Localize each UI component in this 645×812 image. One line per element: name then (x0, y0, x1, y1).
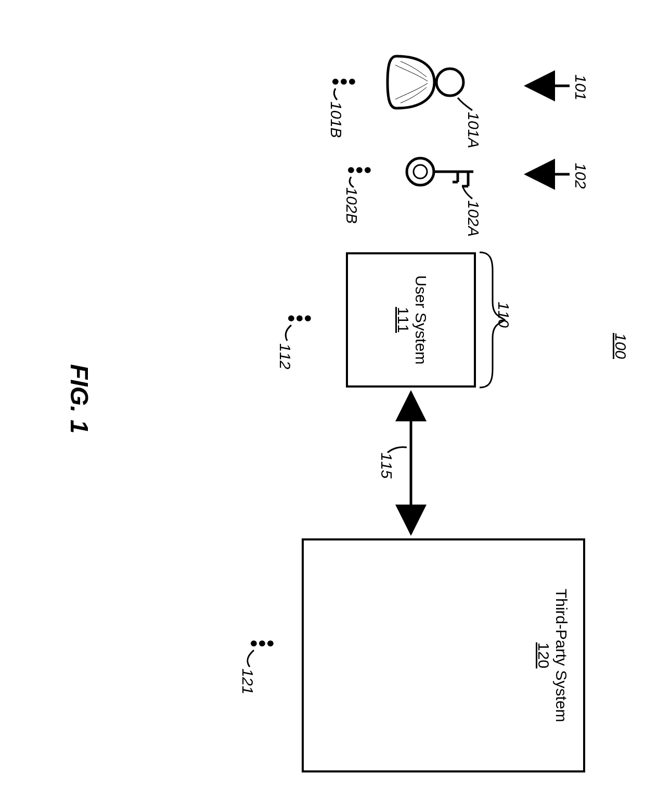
third-party-box: Third-Party System 120 (302, 538, 585, 772)
ref-101b: 101B (327, 101, 345, 138)
squiggle-102b (350, 177, 354, 187)
squiggle-121 (248, 650, 254, 667)
ref-101a: 101A (465, 112, 482, 148)
squiggle-102a (463, 187, 472, 199)
person-icon (388, 56, 463, 108)
ref-100: 100 (612, 333, 629, 359)
svg-point-4 (414, 165, 427, 178)
squiggle-101a (458, 98, 472, 110)
ref-101-top: 101 (572, 74, 589, 100)
user-system-title: User System (412, 275, 430, 365)
vdots-user-system: • • • (287, 315, 312, 321)
ref-112: 112 (276, 343, 294, 369)
ref-121: 121 (239, 668, 256, 694)
svg-point-2 (436, 69, 463, 96)
squiggle-101b (334, 88, 337, 100)
ref-102a: 102A (465, 200, 482, 237)
ref-115: 115 (378, 453, 395, 479)
figure-caption: FIG. 1 (65, 364, 94, 433)
third-party-title: Third-Party System (553, 589, 570, 723)
ref-102-top: 102 (572, 163, 589, 189)
user-system-box: User System 111 (346, 252, 476, 388)
svg-point-3 (407, 158, 434, 185)
vdots-person: • • • (331, 78, 356, 84)
key-icon (407, 158, 473, 186)
third-party-id: 120 (535, 642, 552, 668)
diagram-canvas: 100 101 101A 101B 102 102A 102B 110 User… (0, 0, 645, 812)
squiggle-112 (286, 325, 291, 341)
ref-110: 110 (495, 302, 512, 328)
vdots-third-party: • • • (250, 640, 275, 646)
user-system-id: 111 (395, 307, 412, 333)
ref-102b: 102B (343, 187, 360, 224)
vdots-key: • • • (347, 166, 372, 173)
squiggle-115 (388, 447, 407, 453)
